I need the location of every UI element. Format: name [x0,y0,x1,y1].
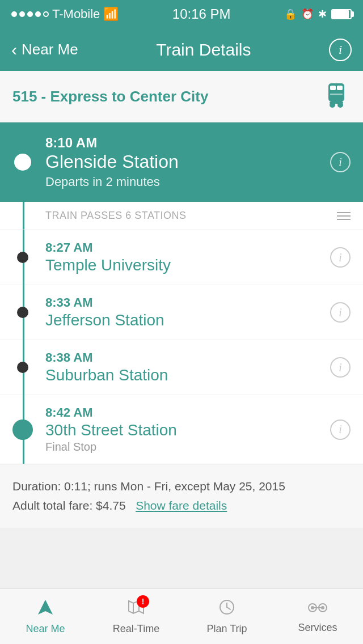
status-bar: T-Mobile 📶 10:16 PM 🔒 ⏰ ✱ [0,0,363,28]
fare-amount: Adult total fare: $4.75 [12,499,126,512]
station-dot-first [14,154,31,171]
status-right: 🔒 ⏰ ✱ [284,8,352,20]
tab-bar: Near Me ! Real-Time Plan Trip [0,588,363,644]
first-station-row: 8:10 AM Glenside Station Departs in 2 mi… [0,122,363,202]
station-name-3: Suburban Station [45,366,324,384]
signal-dot-1 [11,11,17,17]
back-button[interactable]: ‹ Near Me [11,40,78,60]
train-icon [322,81,351,112]
bluetooth-icon: ✱ [318,8,327,20]
passes-row: TRAIN PASSES 6 STATIONS [0,202,363,230]
svg-line-13 [227,607,230,609]
tab-plan-trip-label: Plan Trip [206,623,247,635]
table-row: 8:42 AM 30th Street Station Final Stop i [0,395,363,464]
station-info-button-4[interactable]: i [330,420,351,440]
hamburger-line-1 [337,212,351,213]
svg-marker-7 [38,600,53,615]
expand-icon[interactable] [337,212,351,220]
signal-dot-5 [43,11,49,17]
alarm-icon: ⏰ [301,8,314,20]
station-name-1: Temple University [45,256,324,274]
svg-point-18 [321,606,324,609]
station-time-2: 8:33 AM [45,295,324,310]
near-me-icon [37,599,54,620]
first-station-time: 8:10 AM [45,135,324,151]
duration-line1: Duration: 0:11; runs Mon - Fri, except M… [12,477,351,496]
services-icon [307,599,328,618]
table-row: 8:38 AM Suburban Station i [0,340,363,395]
station-name-2: Jefferson Station [45,311,324,329]
timeline-col-1 [0,252,45,263]
station-time-1: 8:27 AM [45,240,324,255]
station-dot-1 [17,252,28,263]
show-fare-link[interactable]: Show fare details [136,499,227,512]
real-time-badge: ! [137,595,149,608]
station-info-button-1[interactable]: i [330,247,351,268]
first-station-name: Glenside Station [45,151,324,172]
station-info-1: 8:27 AM Temple University [45,240,324,274]
tab-real-time[interactable]: ! Real-Time [91,589,182,644]
table-row: 8:33 AM Jefferson Station i [0,285,363,340]
wifi-icon: 📶 [103,7,119,22]
station-dot-final [12,420,33,440]
station-dot-2 [17,307,28,318]
timeline-col-4 [0,420,45,440]
station-final-label: Final Stop [45,440,324,454]
timeline-col-first [0,154,45,171]
hamburger-line-3 [337,219,351,220]
carrier-label: T-Mobile [52,7,100,22]
battery-fill [332,10,349,18]
station-info-3: 8:38 AM Suburban Station [45,350,324,384]
timeline-col-2 [0,307,45,318]
station-info-4: 8:42 AM 30th Street Station Final Stop [45,405,324,454]
tab-services-label: Services [298,622,337,634]
timeline-col-3 [0,362,45,373]
first-station-info: 8:10 AM Glenside Station Departs in 2 mi… [45,135,324,189]
station-info-2: 8:33 AM Jefferson Station [45,295,324,329]
station-info-button-3[interactable]: i [330,357,351,378]
table-row: 8:27 AM Temple University i [0,230,363,285]
info-button[interactable]: i [329,39,352,61]
tab-near-me[interactable]: Near Me [0,589,91,644]
svg-rect-1 [330,86,336,90]
station-name-4: 30th Street Station [45,421,324,439]
signal-dot-2 [19,11,25,17]
tab-plan-trip[interactable]: Plan Trip [182,589,272,644]
nav-bar: ‹ Near Me Train Details i [0,28,363,71]
route-header: 515 - Express to Center City [0,71,363,122]
stations-container: 8:27 AM Temple University i 8:33 AM Jeff… [0,230,363,464]
battery-indicator [331,9,352,19]
station-info-button-2[interactable]: i [330,302,351,323]
back-label: Near Me [22,41,78,58]
status-left: T-Mobile 📶 [11,7,119,22]
tab-near-me-label: Near Me [26,623,65,635]
signal-dot-3 [27,11,33,17]
page-title: Train Details [156,40,251,60]
svg-point-17 [311,606,314,609]
time-label: 10:16 PM [172,6,231,22]
tab-real-time-label: Real-Time [113,623,159,635]
first-station-departs: Departs in 2 minutes [45,175,324,189]
svg-rect-2 [337,86,343,90]
station-time-3: 8:38 AM [45,350,324,365]
passes-label: TRAIN PASSES 6 STATIONS [45,210,187,222]
station-dot-3 [17,362,28,373]
signal-dots [11,11,49,17]
station-time-4: 8:42 AM [45,405,324,420]
route-title: 515 - Express to Center City [12,88,208,105]
back-chevron-icon: ‹ [11,40,17,60]
clock-icon [218,599,235,620]
first-station-info-button[interactable]: i [330,152,351,172]
duration-line2: Adult total fare: $4.75 Show fare detail… [12,496,351,515]
lock-icon: 🔒 [284,8,297,20]
timeline-wrapper: 8:10 AM Glenside Station Departs in 2 mi… [0,122,363,464]
svg-rect-6 [330,101,343,104]
svg-rect-3 [330,94,343,95]
real-time-icon-wrapper: ! [128,599,145,620]
signal-dot-4 [35,11,41,17]
hamburger-line-2 [337,215,351,217]
info-icon: i [339,43,342,57]
tab-services[interactable]: Services [272,589,363,644]
duration-bar: Duration: 0:11; runs Mon - Fri, except M… [0,464,363,527]
